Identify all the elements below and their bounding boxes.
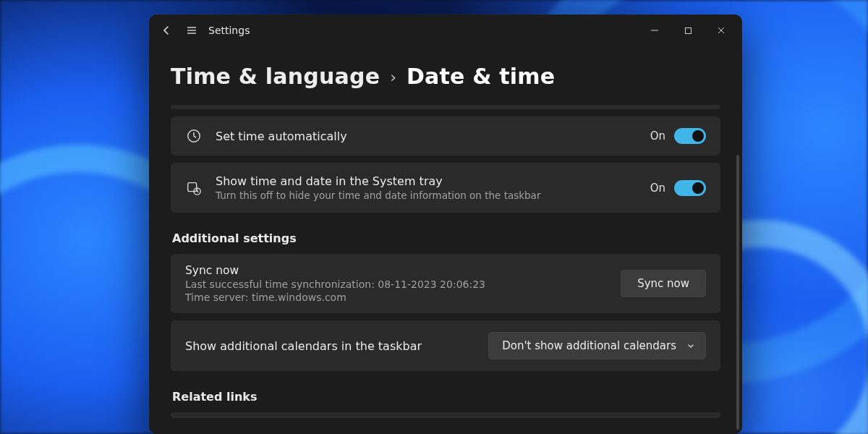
toggle-state-label: On xyxy=(650,129,665,142)
sync-now-button[interactable]: Sync now xyxy=(621,270,706,297)
app-title: Settings xyxy=(208,25,250,36)
menu-button[interactable] xyxy=(181,20,203,41)
breadcrumb: Time & language › Date & time xyxy=(171,64,720,89)
clock-icon xyxy=(185,128,203,144)
toggle-set-time-auto[interactable] xyxy=(674,128,706,144)
toggle-system-tray[interactable] xyxy=(674,180,706,196)
card-edge xyxy=(171,412,720,418)
back-button[interactable] xyxy=(156,20,178,41)
content-area: Time & language › Date & time Set time a… xyxy=(149,46,742,434)
setting-additional-calendars: Show additional calendars in the taskbar… xyxy=(171,320,720,371)
svg-rect-8 xyxy=(188,182,197,191)
close-button[interactable] xyxy=(705,19,738,42)
chevron-down-icon xyxy=(686,341,695,350)
window-controls xyxy=(638,19,738,42)
maximize-button[interactable] xyxy=(671,19,705,42)
setting-label: Show additional calendars in the taskbar xyxy=(185,339,475,353)
sync-last-sync: Last successful time synchronization: 08… xyxy=(185,278,608,290)
settings-window: Settings Time & language › Date & time xyxy=(149,14,742,434)
setting-label: Show time and date in the System tray xyxy=(216,174,637,188)
section-header-related: Related links xyxy=(172,390,720,404)
setting-sublabel: Turn this off to hide your time and date… xyxy=(216,190,637,201)
page-title: Date & time xyxy=(407,64,555,89)
sync-title: Sync now xyxy=(185,264,608,277)
breadcrumb-parent[interactable]: Time & language xyxy=(171,64,380,89)
card-edge xyxy=(171,105,720,109)
setting-label: Set time automatically xyxy=(216,129,637,143)
setting-show-time-in-tray[interactable]: Show time and date in the System tray Tu… xyxy=(171,163,720,213)
titlebar: Settings xyxy=(149,14,742,46)
toggle-state-label: On xyxy=(650,182,665,195)
select-value: Don't show additional calendars xyxy=(502,339,676,352)
sync-server: Time server: time.windows.com xyxy=(185,292,608,303)
scrollbar[interactable] xyxy=(736,155,739,430)
setting-sync-now: Sync now Last successful time synchroniz… xyxy=(171,254,720,313)
section-header-additional: Additional settings xyxy=(172,231,720,245)
tray-clock-icon xyxy=(185,180,203,196)
setting-set-time-automatically[interactable]: Set time automatically On xyxy=(171,116,720,156)
svg-rect-4 xyxy=(685,27,691,33)
chevron-right-icon: › xyxy=(390,68,396,86)
minimize-button[interactable] xyxy=(638,19,671,42)
calendars-select[interactable]: Don't show additional calendars xyxy=(488,332,706,359)
